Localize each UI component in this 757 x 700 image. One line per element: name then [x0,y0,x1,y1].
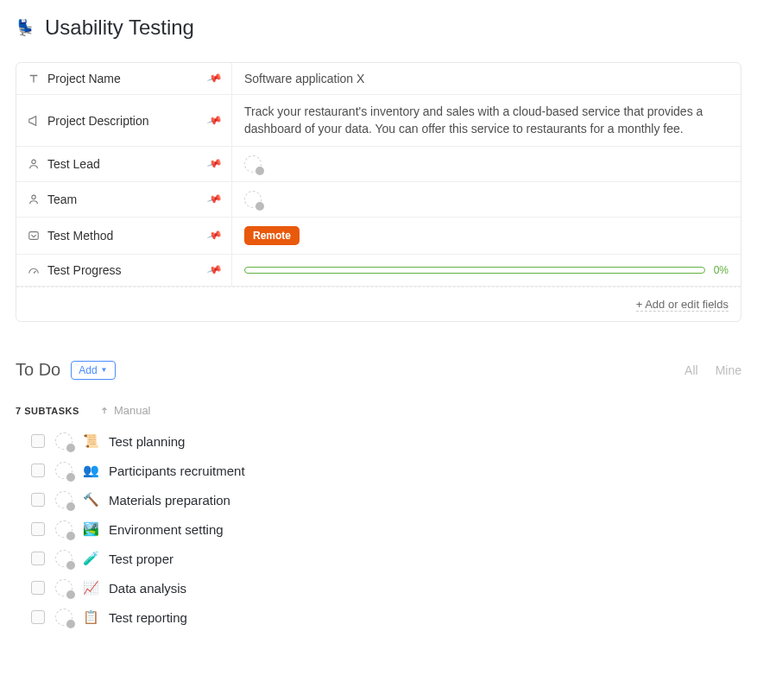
field-label: Test Lead [47,157,100,171]
task-list: 📜 Test planning 👥 Participants recruitme… [31,432,741,626]
task-emoji-icon: 🔨 [83,492,98,508]
task-name[interactable]: Test reporting [109,610,187,625]
field-row-test-progress[interactable]: Test Progress 📌 0% [16,255,741,287]
field-row-test-lead[interactable]: Test Lead 📌 [16,147,741,182]
task-emoji-icon: 🧪 [83,551,98,566]
task-emoji-icon: 📋 [83,609,98,625]
pin-icon[interactable]: 📌 [206,262,224,279]
field-value[interactable]: Software application X [232,63,741,94]
page-header: 💺 Usability Testing [16,16,741,40]
task-name[interactable]: Environment setting [109,522,224,537]
task-name[interactable]: Materials preparation [109,493,230,508]
pin-icon[interactable]: 📌 [206,192,224,208]
person-icon [27,157,41,171]
task-name[interactable]: Test planning [109,434,185,449]
sort-label: Manual [114,404,151,417]
task-row[interactable]: 📋 Test reporting [31,609,741,626]
field-label-cell: Project Description 📌 [16,95,232,146]
task-checkbox[interactable] [31,581,45,595]
field-value[interactable]: Remote [232,218,741,254]
text-icon [27,72,41,85]
chevron-down-icon: ▼ [101,366,108,374]
field-value[interactable]: 0% [232,255,741,286]
task-row[interactable]: 📜 Test planning [31,432,741,450]
empty-avatar-icon[interactable] [244,155,262,173]
assignee-empty-icon[interactable] [55,491,73,508]
task-checkbox[interactable] [31,434,45,448]
task-name[interactable]: Data analysis [109,581,186,596]
assignee-empty-icon[interactable] [55,432,73,450]
field-label-cell: Test Lead 📌 [16,147,232,181]
assignee-empty-icon[interactable] [55,550,73,567]
field-value[interactable]: Track your restaurant's inventory and sa… [232,95,741,146]
chair-icon: 💺 [16,18,35,37]
task-row[interactable]: 🏞️ Environment setting [31,520,741,538]
gauge-icon [27,263,41,277]
field-row-team[interactable]: Team 📌 [16,182,741,218]
field-row-project-description[interactable]: Project Description 📌 Track your restaur… [16,95,741,147]
task-checkbox[interactable] [31,552,45,565]
pin-icon[interactable]: 📌 [206,112,224,129]
assignee-empty-icon[interactable] [55,520,73,538]
megaphone-icon [27,114,41,128]
task-checkbox[interactable] [31,522,45,536]
progress-bar [244,267,705,274]
field-value[interactable] [232,182,741,217]
task-row[interactable]: 📈 Data analysis [31,579,741,596]
field-label-cell: Team 📌 [16,182,232,217]
field-row-project-name[interactable]: Project Name 📌 Software application X [16,63,741,95]
svg-rect-2 [29,232,39,240]
filter-all[interactable]: All [684,363,698,377]
pin-icon[interactable]: 📌 [206,228,224,244]
task-row[interactable]: 👥 Participants recruitment [31,462,741,479]
empty-avatar-icon[interactable] [244,191,262,208]
subtasks-header: 7 SUBTASKS Manual [16,404,741,417]
task-name[interactable]: Test proper [109,552,173,566]
task-checkbox[interactable] [31,464,45,477]
svg-point-0 [32,160,35,163]
field-label: Test Method [47,229,113,243]
add-button-label: Add [79,364,97,376]
field-label: Test Progress [47,263,122,277]
field-row-test-method[interactable]: Test Method 📌 Remote [16,218,741,255]
assignee-empty-icon[interactable] [55,579,73,596]
assignee-empty-icon[interactable] [55,462,73,479]
svg-point-1 [32,195,35,199]
fields-table: Project Name 📌 Software application X Pr… [16,62,741,322]
field-label: Project Description [47,114,149,128]
pin-icon[interactable]: 📌 [206,156,224,173]
field-label-cell: Project Name 📌 [16,63,232,94]
field-label: Team [47,192,77,206]
arrow-up-icon [100,407,109,415]
task-checkbox[interactable] [31,493,45,507]
method-badge[interactable]: Remote [244,226,300,245]
task-checkbox[interactable] [31,610,45,624]
page-title: Usability Testing [45,16,194,40]
task-emoji-icon: 👥 [83,463,98,478]
sort-mode[interactable]: Manual [100,404,151,417]
task-name[interactable]: Participants recruitment [109,464,245,478]
field-label-cell: Test Method 📌 [16,218,232,254]
person-icon [27,192,41,206]
task-emoji-icon: 🏞️ [83,521,98,537]
assignee-empty-icon[interactable] [55,609,73,626]
todo-section-header: To Do Add ▼ All Mine [16,360,741,380]
subtasks-count: 7 SUBTASKS [16,406,79,416]
task-emoji-icon: 📈 [83,580,98,596]
task-emoji-icon: 📜 [83,433,98,449]
add-button[interactable]: Add ▼ [71,361,115,380]
dropdown-icon [27,229,41,243]
task-row[interactable]: 🔨 Materials preparation [31,491,741,508]
task-row[interactable]: 🧪 Test proper [31,550,741,567]
field-value[interactable] [232,147,741,181]
field-label: Project Name [47,72,121,85]
todo-label: To Do [16,360,60,380]
add-edit-fields-link[interactable]: + Add or edit fields [636,298,729,312]
filter-mine[interactable]: Mine [716,363,741,377]
progress-percent: 0% [714,264,729,276]
pin-icon[interactable]: 📌 [206,70,224,86]
fields-footer: + Add or edit fields [16,287,741,321]
field-label-cell: Test Progress 📌 [16,255,232,286]
